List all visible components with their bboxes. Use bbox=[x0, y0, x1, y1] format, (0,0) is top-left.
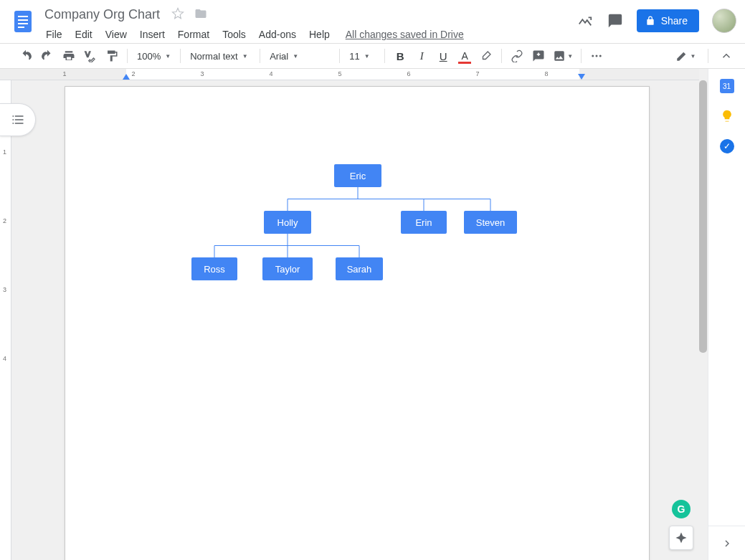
chevron-down-icon: ▼ bbox=[242, 53, 248, 60]
org-node-steven[interactable]: Steven bbox=[464, 211, 517, 234]
zoom-value: 100% bbox=[137, 51, 161, 62]
calendar-icon[interactable] bbox=[720, 79, 734, 93]
toolbar: 100% ▼ Normal text ▼ Arial ▼ 11 ▼ B I U … bbox=[0, 43, 745, 69]
text-color-button[interactable]: A bbox=[455, 47, 475, 65]
menu-format[interactable]: Format bbox=[172, 26, 215, 43]
separator bbox=[708, 49, 708, 63]
org-node-erin[interactable]: Erin bbox=[401, 211, 447, 234]
print-button[interactable] bbox=[59, 47, 79, 65]
grammarly-icon[interactable]: G bbox=[672, 500, 691, 518]
editing-mode-button[interactable]: ▼ bbox=[671, 47, 700, 65]
scrollbar-thumb[interactable] bbox=[699, 80, 707, 353]
font-value: Arial bbox=[270, 51, 288, 62]
collapse-toolbar-button[interactable] bbox=[716, 47, 736, 65]
svg-point-5 bbox=[592, 55, 594, 57]
ruler-label: 3 bbox=[200, 70, 204, 77]
ruler-label: 7 bbox=[475, 70, 479, 77]
paint-format-button[interactable] bbox=[102, 47, 122, 65]
side-panel-toggle[interactable] bbox=[708, 526, 745, 560]
insert-comment-button[interactable] bbox=[528, 47, 549, 65]
svg-rect-3 bbox=[18, 23, 28, 24]
vertical-ruler[interactable]: 1234 bbox=[0, 80, 11, 560]
style-select[interactable]: Normal text ▼ bbox=[186, 47, 255, 65]
separator bbox=[384, 49, 385, 63]
org-node-taylor[interactable]: Taylor bbox=[262, 257, 313, 280]
vertical-scrollbar[interactable] bbox=[699, 80, 707, 560]
ruler-label: 6 bbox=[407, 70, 410, 77]
svg-point-6 bbox=[596, 55, 598, 57]
chevron-down-icon: ▼ bbox=[165, 53, 171, 60]
svg-rect-2 bbox=[18, 19, 28, 21]
side-panel bbox=[708, 69, 745, 560]
italic-button[interactable]: I bbox=[412, 47, 432, 65]
save-status[interactable]: All changes saved in Drive bbox=[337, 29, 464, 40]
org-node-eric[interactable]: Eric bbox=[334, 164, 381, 187]
indent-marker-right[interactable] bbox=[578, 74, 585, 80]
menu-view[interactable]: View bbox=[100, 26, 133, 43]
separator bbox=[180, 49, 181, 63]
menu-help[interactable]: Help bbox=[303, 26, 336, 43]
menu-file[interactable]: File bbox=[40, 26, 68, 43]
bold-button[interactable]: B bbox=[390, 47, 410, 65]
font-size-value: 11 bbox=[349, 51, 359, 62]
separator bbox=[260, 49, 260, 63]
ruler-label: 1 bbox=[62, 70, 66, 77]
vruler-label: 3 bbox=[3, 286, 6, 293]
vruler-label: 2 bbox=[3, 217, 6, 224]
ruler-label: 5 bbox=[338, 70, 341, 77]
separator bbox=[127, 49, 128, 63]
indent-marker-left[interactable] bbox=[123, 74, 130, 80]
undo-button[interactable] bbox=[16, 47, 36, 65]
activity-icon[interactable] bbox=[576, 12, 594, 29]
org-node-sarah[interactable]: Sarah bbox=[336, 257, 383, 280]
separator bbox=[501, 49, 502, 63]
menu-bar: File Edit View Insert Format Tools Add-o… bbox=[40, 24, 576, 43]
insert-link-button[interactable] bbox=[507, 47, 527, 65]
insert-image-button[interactable]: ▼ bbox=[550, 47, 576, 65]
svg-rect-4 bbox=[18, 27, 24, 28]
chevron-down-icon: ▼ bbox=[293, 53, 298, 60]
vruler-label: 1 bbox=[3, 148, 6, 156]
redo-button[interactable] bbox=[37, 47, 57, 65]
font-select[interactable]: Arial ▼ bbox=[265, 47, 334, 65]
menu-addons[interactable]: Add-ons bbox=[253, 26, 302, 43]
menu-insert[interactable]: Insert bbox=[134, 26, 171, 43]
vruler-label: 4 bbox=[3, 355, 6, 362]
ruler-label: 8 bbox=[544, 70, 548, 77]
svg-point-7 bbox=[599, 55, 602, 57]
comments-icon[interactable] bbox=[607, 12, 624, 29]
folder-icon[interactable] bbox=[194, 7, 207, 22]
keep-icon[interactable] bbox=[720, 109, 734, 123]
explore-button[interactable] bbox=[669, 526, 693, 550]
org-node-ross[interactable]: Ross bbox=[191, 257, 237, 280]
star-icon[interactable] bbox=[171, 7, 184, 22]
org-node-holly[interactable]: Holly bbox=[264, 211, 311, 234]
highlight-button[interactable] bbox=[476, 47, 496, 65]
horizontal-ruler[interactable]: 12345678 bbox=[0, 69, 699, 80]
chevron-down-icon: ▼ bbox=[364, 53, 370, 60]
ruler-label: 4 bbox=[269, 70, 272, 77]
zoom-select[interactable]: 100% ▼ bbox=[133, 47, 175, 65]
svg-rect-0 bbox=[14, 11, 32, 32]
document-area[interactable]: 12345678 1234 EricHollyErinStevenRossTay… bbox=[0, 69, 708, 560]
font-size-select[interactable]: 11 ▼ bbox=[345, 47, 379, 65]
outline-toggle[interactable] bbox=[0, 103, 36, 136]
share-label: Share bbox=[661, 15, 688, 27]
menu-tools[interactable]: Tools bbox=[217, 26, 252, 43]
spellcheck-button[interactable] bbox=[80, 47, 100, 65]
menu-edit[interactable]: Edit bbox=[70, 26, 98, 43]
doc-title[interactable]: Company Org Chart bbox=[40, 6, 164, 24]
svg-rect-1 bbox=[18, 16, 28, 17]
avatar[interactable] bbox=[712, 9, 736, 33]
share-button[interactable]: Share bbox=[637, 9, 699, 32]
org-chart[interactable]: EricHollyErinStevenRossTaylorSarah bbox=[191, 164, 526, 288]
docs-logo[interactable] bbox=[9, 7, 37, 36]
more-button[interactable] bbox=[587, 47, 607, 65]
tasks-icon[interactable] bbox=[720, 139, 734, 153]
ruler-label: 2 bbox=[131, 70, 135, 77]
page[interactable]: EricHollyErinStevenRossTaylorSarah bbox=[65, 86, 650, 560]
underline-button[interactable]: U bbox=[433, 47, 453, 65]
separator bbox=[581, 49, 582, 63]
style-value: Normal text bbox=[190, 51, 237, 62]
separator bbox=[339, 49, 340, 63]
